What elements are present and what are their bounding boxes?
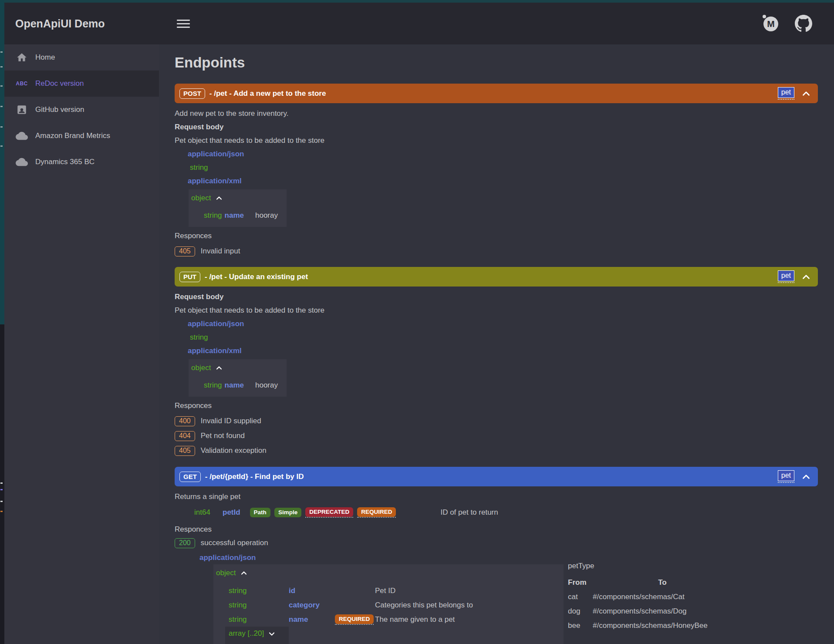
- main-content: Endpoints POST - /pet - Add a new pet to…: [159, 44, 834, 644]
- property-type: string: [229, 598, 289, 612]
- sidebar-item-dynamics-365-bc[interactable]: Dynamics 365 BC: [4, 149, 159, 175]
- account-icon: [15, 104, 28, 115]
- status-code-badge: 400: [175, 416, 195, 426]
- window-edge-left-lower: [0, 324, 4, 644]
- tag-chip-pet[interactable]: pet: [778, 270, 794, 283]
- appbar: OpenApiUI Demo M: [4, 3, 834, 44]
- property-description: The name given to a pet: [375, 612, 564, 627]
- response-schema-panel: object string id Pet ID string category: [213, 564, 564, 644]
- mapping-key: dog: [568, 604, 593, 618]
- method-chip: GET: [179, 472, 201, 482]
- window-edge-left: [0, 0, 4, 324]
- chevron-up-icon[interactable]: [800, 271, 812, 283]
- column-from: From: [568, 575, 593, 590]
- discriminator-block: petType From To cat #/components/schemas…: [568, 561, 751, 633]
- response-text: Pet not found: [201, 432, 245, 440]
- schema-property-row: stringnamehooray: [204, 210, 278, 221]
- badge-simple: Simple: [274, 508, 301, 517]
- status-code-badge: 405: [175, 246, 195, 256]
- chevron-up-icon[interactable]: [800, 471, 812, 482]
- badge-required[interactable]: REQUIRED: [335, 614, 374, 625]
- discriminator-table: From To cat #/components/schemas/Cat dog…: [568, 575, 732, 633]
- sidebar-item-redoc-version[interactable]: ABC ReDoc version: [4, 71, 159, 97]
- badge-path: Path: [250, 508, 270, 517]
- response-row: 400 Invalid ID supplied: [175, 415, 818, 427]
- tag-chip-pet[interactable]: pet: [778, 87, 794, 100]
- edge-artifact: [0, 482, 3, 484]
- property-name: photoUrls: [289, 643, 335, 644]
- response-row: 405 Invalid input: [175, 245, 818, 257]
- responses-label: Responces: [175, 229, 818, 243]
- endpoint-get-header[interactable]: GET - /pet/{petId} - Find pet by ID pet: [175, 467, 818, 486]
- app-title: OpenApiUI Demo: [4, 17, 166, 30]
- parameter-row: int64 petId Path Simple DEPRECATED REQUI…: [194, 506, 818, 519]
- endpoint-put-pet: PUT - /pet - Update an existing pet pet …: [175, 267, 818, 457]
- media-type-json: application/json: [188, 147, 818, 161]
- endpoint-title: - /pet - Update an existing pet: [205, 273, 308, 281]
- mapping-ref: #/components/schemas/Cat: [593, 590, 732, 604]
- mudblazor-logo-icon[interactable]: M: [762, 15, 780, 32]
- chevron-up-icon[interactable]: [800, 88, 812, 99]
- chevron-up-icon: [215, 364, 223, 372]
- responses-label: Responces: [175, 523, 818, 536]
- parameter-name: petId: [223, 508, 240, 517]
- column-to: To: [593, 575, 732, 590]
- request-body-description: Pet object that needs to be added to the…: [175, 134, 818, 147]
- menu-icon[interactable]: [177, 17, 190, 30]
- property-name: name: [289, 612, 335, 627]
- table-row: cat #/components/schemas/Cat: [568, 590, 732, 604]
- github-icon[interactable]: [795, 15, 812, 32]
- sidebar-item-label: Dynamics 365 BC: [35, 158, 95, 166]
- endpoint-post-header[interactable]: POST - /pet - Add a new pet to the store…: [175, 84, 818, 103]
- sidebar-item-label: Amazon Brand Metrics: [35, 131, 110, 140]
- status-code-badge: 200: [175, 538, 195, 548]
- property-name: id: [289, 583, 335, 598]
- status-code-badge: 405: [175, 446, 195, 456]
- cloud-icon: [15, 130, 28, 142]
- mudblazor-dot: [763, 15, 766, 18]
- endpoint-description: Returns a single pet: [175, 490, 818, 503]
- abc-icon: ABC: [15, 78, 28, 89]
- endpoint-put-header[interactable]: PUT - /pet - Update an existing pet pet: [175, 267, 818, 287]
- mudblazor-m: M: [763, 17, 778, 31]
- sidebar-item-label: GitHub version: [35, 105, 84, 114]
- method-chip: POST: [179, 88, 205, 99]
- chevron-down-icon: [267, 630, 276, 638]
- sidebar-item-github-version[interactable]: GitHub version: [4, 97, 159, 123]
- schema-object-panel: object stringnamehooray: [189, 189, 287, 227]
- request-body-label: Request body: [175, 290, 818, 303]
- method-chip: PUT: [179, 272, 200, 282]
- object-toggle[interactable]: object: [191, 193, 278, 203]
- sidebar-item-amazon-brand-metrics[interactable]: Amazon Brand Metrics: [4, 123, 159, 149]
- parameter-type: int64: [194, 508, 223, 517]
- endpoint-title: - /pet - Add a new pet to the store: [209, 89, 326, 98]
- status-code-badge: 404: [175, 431, 195, 441]
- badge-deprecated[interactable]: DEPRECATED: [305, 507, 353, 518]
- response-row: 404 Pet not found: [175, 430, 818, 442]
- schema-object-panel: object stringnamehooray: [189, 359, 287, 397]
- edge-artifact: [0, 501, 3, 502]
- sidebar-item-home[interactable]: Home: [4, 44, 159, 71]
- sidebar-item-label: ReDoc version: [35, 79, 84, 88]
- response-text: Invalid input: [201, 247, 240, 256]
- media-type-json: application/json: [188, 317, 818, 330]
- edge-artifact: [0, 106, 3, 107]
- object-toggle[interactable]: object: [216, 568, 564, 578]
- chevron-up-icon: [240, 569, 248, 577]
- home-icon: [15, 52, 28, 63]
- array-toggle[interactable]: array [..20]: [225, 627, 289, 644]
- property-description: Pet ID: [375, 583, 564, 598]
- app-window: OpenApiUI Demo M Home ABC ReDoc version: [0, 0, 834, 644]
- endpoint-title: - /pet/{petId} - Find pet by ID: [205, 472, 304, 481]
- object-toggle[interactable]: object: [191, 363, 278, 373]
- schema-table: string id Pet ID string category Categor…: [229, 583, 564, 644]
- parameter-description: ID of pet to return: [440, 508, 498, 517]
- response-text: Invalid ID supplied: [201, 417, 261, 425]
- endpoint-description: Add new pet to the store inventory.: [175, 107, 818, 120]
- schema-property-row: stringnamehooray: [204, 380, 278, 391]
- tag-chip-pet[interactable]: pet: [778, 470, 794, 483]
- responses-label: Responces: [175, 399, 818, 412]
- badge-required[interactable]: REQUIRED: [357, 507, 396, 518]
- page-title: Endpoints: [175, 54, 818, 71]
- edge-artifact: [0, 489, 3, 490]
